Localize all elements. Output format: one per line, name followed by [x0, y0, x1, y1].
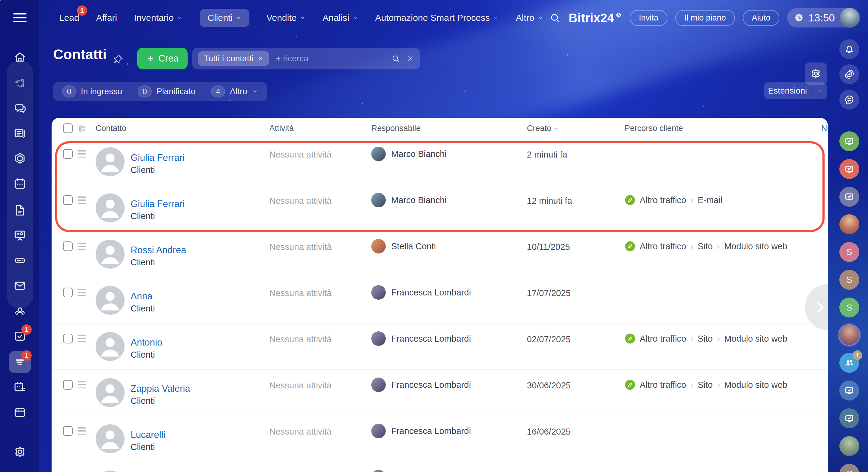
- row-checkbox[interactable]: [63, 195, 73, 205]
- rail-item-bell[interactable]: [839, 39, 859, 59]
- rail-item-taskboard[interactable]: [839, 159, 859, 179]
- nav-item-vendite[interactable]: Vendite: [266, 13, 306, 23]
- sidebar-item-news[interactable]: [13, 126, 27, 140]
- drag-handle-icon[interactable]: [78, 381, 86, 388]
- filter-clear-icon[interactable]: [406, 55, 414, 62]
- sidebar-item-drive[interactable]: [13, 254, 27, 267]
- rail-item-people2[interactable]: 1: [839, 353, 859, 373]
- column-header-percorso-cliente[interactable]: Percorso cliente: [625, 124, 683, 133]
- contact-name-link[interactable]: Anna: [131, 291, 155, 302]
- sidebar-item-document[interactable]: [13, 203, 27, 217]
- responsible-name[interactable]: Marco Bianchi: [391, 149, 447, 159]
- contact-name-link[interactable]: Zappia Valeria: [131, 383, 190, 394]
- rail-item-avatar[interactable]: [839, 325, 859, 345]
- column-settings-icon[interactable]: [77, 124, 87, 134]
- sidebar-item-calendar[interactable]: [13, 177, 27, 191]
- extensions-button[interactable]: Estensioni: [764, 82, 827, 99]
- counter-in-ingresso[interactable]: 0In ingresso: [62, 85, 122, 97]
- nav-item-altro[interactable]: Altro: [516, 13, 544, 23]
- row-checkbox[interactable]: [63, 426, 73, 436]
- column-header-responsabile[interactable]: Responsabile: [371, 124, 421, 133]
- path-segment[interactable]: Sito: [698, 334, 713, 344]
- contact-name-link[interactable]: Giulia Ferrari: [131, 152, 185, 164]
- rail-item-people2[interactable]: [839, 464, 859, 472]
- filter-search-bar[interactable]: Tutti i contatti + ricerca: [192, 48, 420, 69]
- responsible-name[interactable]: Marco Bianchi: [391, 195, 447, 205]
- drag-handle-icon[interactable]: [78, 335, 86, 342]
- path-segment[interactable]: E-mail: [698, 195, 722, 205]
- row-checkbox[interactable]: [63, 149, 73, 159]
- drag-handle-icon[interactable]: [78, 197, 86, 204]
- path-segment[interactable]: Modulo sito web: [724, 241, 787, 252]
- invite-button[interactable]: Invita: [630, 10, 668, 26]
- row-checkbox[interactable]: [63, 288, 73, 297]
- responsible-name[interactable]: Stella Conti: [391, 241, 436, 252]
- responsible-name[interactable]: Francesca Lombardi: [391, 288, 471, 298]
- path-segment[interactable]: Altro traffico: [640, 241, 686, 252]
- column-header-creato[interactable]: Creato: [527, 124, 559, 133]
- rail-item-taskboard[interactable]: [839, 381, 859, 401]
- counter-altro[interactable]: 4Altro: [211, 85, 258, 97]
- rail-item-initial-s[interactable]: S: [839, 270, 859, 290]
- counter-pianificato[interactable]: 0Pianificato: [138, 85, 195, 97]
- pin-icon[interactable]: [112, 54, 124, 65]
- sidebar-item-browser[interactable]: [13, 406, 27, 419]
- sidebar-item-home[interactable]: [13, 50, 27, 64]
- create-button[interactable]: Crea: [137, 48, 188, 69]
- row-checkbox[interactable]: [63, 241, 73, 251]
- nav-item-lead[interactable]: Lead1: [59, 13, 79, 23]
- responsible-name[interactable]: Francesca Lombardi: [391, 334, 471, 344]
- path-segment[interactable]: Altro traffico: [640, 380, 686, 390]
- sidebar-item-board[interactable]: [13, 229, 27, 242]
- drag-handle-icon[interactable]: [78, 289, 86, 296]
- sidebar-item-gear[interactable]: [13, 445, 27, 459]
- contact-name-link[interactable]: Giulia Ferrari: [131, 198, 185, 210]
- help-button[interactable]: Aiuto: [743, 10, 780, 26]
- contact-name-link[interactable]: Lucarelli: [131, 429, 165, 441]
- rail-item-initial-s[interactable]: S: [839, 298, 859, 318]
- row-checkbox[interactable]: [63, 334, 73, 344]
- sidebar-item-chat[interactable]: [13, 102, 27, 116]
- sidebar-item-tasks[interactable]: 1: [13, 329, 27, 343]
- rail-item-taskboard[interactable]: [839, 131, 859, 151]
- sidebar-item-funnel[interactable]: 1: [13, 355, 27, 369]
- column-header-attività[interactable]: Attività: [269, 124, 294, 133]
- column-header-nu[interactable]: Nu: [821, 124, 828, 133]
- path-segment[interactable]: Modulo sito web: [724, 334, 787, 344]
- sidebar-item-people[interactable]: [13, 304, 27, 318]
- responsible-name[interactable]: Francesca Lombardi: [391, 426, 471, 436]
- column-header-contatto[interactable]: Contatto: [96, 124, 126, 133]
- nav-item-analisi[interactable]: Analisi: [322, 13, 358, 23]
- rail-item-messenger[interactable]: [839, 90, 859, 110]
- my-plan-button[interactable]: Il mio piano: [675, 10, 735, 26]
- chip-close-icon[interactable]: [257, 56, 264, 62]
- nav-item-inventario[interactable]: Inventario: [134, 13, 183, 23]
- sidebar-item-mail[interactable]: [13, 279, 27, 293]
- path-segment[interactable]: Sito: [698, 241, 713, 252]
- path-segment[interactable]: Sito: [698, 380, 713, 390]
- drag-handle-icon[interactable]: [78, 243, 86, 250]
- filter-chip[interactable]: Tutti i contatti: [198, 51, 269, 66]
- sidebar-item-automation[interactable]: [13, 380, 27, 394]
- drag-handle-icon[interactable]: [78, 150, 86, 157]
- rail-item-initial-s[interactable]: S: [839, 242, 859, 262]
- row-checkbox[interactable]: [63, 380, 73, 390]
- nav-item-automazione-smart-process[interactable]: Automazione Smart Process: [375, 13, 499, 23]
- path-segment[interactable]: Altro traffico: [640, 195, 686, 205]
- bitrix24-logo[interactable]: Bitrix24: [568, 11, 622, 25]
- drag-handle-icon[interactable]: [78, 427, 86, 435]
- path-segment[interactable]: Modulo sito web: [724, 380, 787, 390]
- path-segment[interactable]: Altro traffico: [640, 334, 686, 344]
- filter-search-icon[interactable]: [391, 54, 400, 63]
- rail-item-avatar[interactable]: [839, 214, 859, 234]
- sidebar-item-hexagon[interactable]: [13, 151, 27, 166]
- grid-settings-button[interactable]: [805, 62, 827, 85]
- sidebar-item-collab[interactable]: [13, 77, 27, 91]
- rail-item-taskboard[interactable]: [839, 187, 859, 207]
- select-all-checkbox[interactable]: [63, 123, 73, 133]
- menu-icon[interactable]: [13, 13, 27, 22]
- rail-item-copilot[interactable]: [839, 64, 859, 84]
- contact-name-link[interactable]: Antonio: [131, 337, 162, 348]
- rail-item-avatar[interactable]: [839, 436, 859, 456]
- search-icon[interactable]: [549, 12, 561, 24]
